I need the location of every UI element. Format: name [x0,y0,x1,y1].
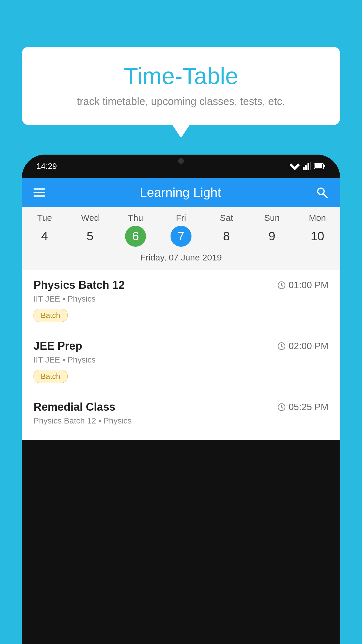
svg-marker-0 [289,163,300,170]
day-header-thu: Thu [113,213,158,223]
calendar-strip: Tue Wed Thu Fri Sat Sun Mon 4 5 6 7 8 9 … [22,207,340,270]
svg-rect-1 [303,167,305,170]
day-header-mon: Mon [295,213,340,223]
clock-icon-3 [277,403,286,411]
schedule-item-1-tag: Batch [34,309,68,322]
schedule-item-1-title: Physics Batch 12 [34,279,125,291]
schedule-item-2-title: JEE Prep [34,340,82,352]
day-10[interactable]: 10 [307,226,328,247]
page-title: Time-Table [39,63,323,90]
day-numbers: 4 5 6 7 8 9 10 [22,226,340,247]
schedule-item-3-title: Remedial Class [34,401,115,413]
schedule-item-3-time: 05:25 PM [277,402,328,412]
battery-icon [314,163,326,170]
menu-button[interactable] [34,188,45,197]
selected-date-label: Friday, 07 June 2019 [22,250,340,267]
schedule-item-1-time-text: 01:00 PM [289,280,328,290]
svg-rect-4 [310,162,311,170]
page-subtitle: track timetable, upcoming classes, tests… [39,95,323,108]
day-8[interactable]: 8 [216,226,237,247]
day-header-fri: Fri [158,213,204,223]
svg-rect-3 [307,163,309,170]
schedule-item-2-time-text: 02:00 PM [289,341,328,351]
day-5[interactable]: 5 [80,226,101,247]
schedule-item-2-tag: Batch [34,370,68,383]
status-icons [289,162,326,170]
app-title: Learning Light [140,185,221,200]
svg-rect-2 [305,165,307,170]
day-header-wed: Wed [67,213,113,223]
day-4[interactable]: 4 [34,226,55,247]
day-6-today[interactable]: 6 [125,226,146,247]
phone-status-bar: 14:29 [22,155,340,178]
schedule-item-3[interactable]: Remedial Class 05:25 PM Physics Batch 12… [22,392,340,440]
svg-line-18 [282,407,283,408]
search-button[interactable] [316,186,328,199]
schedule-item-2-subtitle: IIT JEE • Physics [34,355,328,365]
phone-camera [178,158,184,164]
day-9[interactable]: 9 [261,226,282,247]
search-icon [316,186,328,199]
svg-rect-7 [315,164,322,168]
schedule-list: Physics Batch 12 01:00 PM IIT JEE • Phys… [22,270,340,440]
day-header-sun: Sun [249,213,295,223]
schedule-item-2-header: JEE Prep 02:00 PM [34,340,328,352]
wifi-icon [289,162,300,170]
schedule-item-1-header: Physics Batch 12 01:00 PM [34,279,328,291]
day-header-sat: Sat [204,213,249,223]
app-bar: Learning Light [22,178,340,207]
phone-frame: 14:29 [22,155,340,644]
day-header-tue: Tue [22,213,67,223]
schedule-item-1-time: 01:00 PM [277,280,328,290]
schedule-item-3-subtitle: Physics Batch 12 • Physics [34,416,328,426]
schedule-item-2-time: 02:00 PM [277,341,328,351]
svg-rect-6 [324,165,325,167]
signal-icon [303,162,311,170]
schedule-item-1-subtitle: IIT JEE • Physics [34,294,328,304]
svg-line-9 [323,194,327,198]
day-headers: Tue Wed Thu Fri Sat Sun Mon [22,213,340,223]
schedule-item-3-header: Remedial Class 05:25 PM [34,401,328,413]
status-time: 14:29 [36,162,57,171]
day-7-selected[interactable]: 7 [171,226,191,247]
phone-notch [164,155,198,166]
clock-icon-1 [277,281,286,289]
clock-icon-2 [277,342,286,350]
svg-line-12 [282,285,283,286]
schedule-item-3-time-text: 05:25 PM [289,402,328,412]
schedule-item-1[interactable]: Physics Batch 12 01:00 PM IIT JEE • Phys… [22,270,340,331]
speech-bubble-card: Time-Table track timetable, upcoming cla… [22,47,340,125]
schedule-item-2[interactable]: JEE Prep 02:00 PM IIT JEE • Physics Batc… [22,331,340,392]
svg-line-15 [282,346,283,347]
